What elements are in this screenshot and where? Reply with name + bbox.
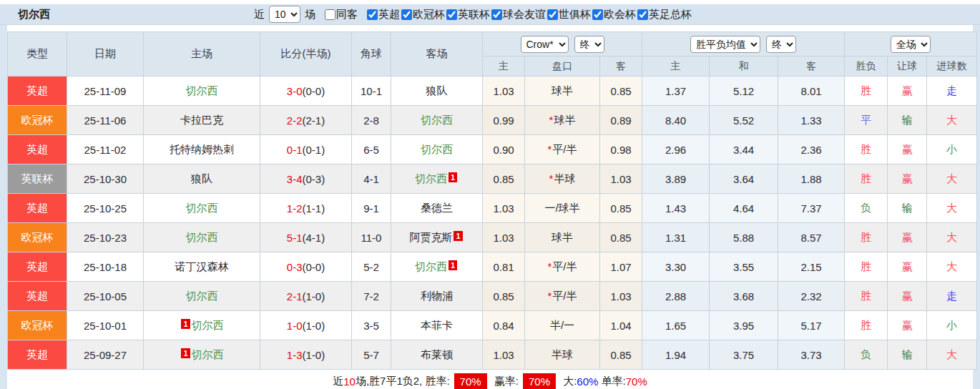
cell-away-team: 切尔西1 bbox=[391, 252, 483, 282]
cell-odds-home: 1.03 bbox=[483, 194, 525, 223]
cell-handicap: *平/半 bbox=[525, 135, 600, 164]
cell-mean-home: 1.65 bbox=[642, 311, 710, 340]
cell-score: 1-3(1-0) bbox=[260, 340, 352, 370]
league-checkbox[interactable] bbox=[637, 9, 648, 20]
cell-result-wdl: 胜 bbox=[845, 282, 888, 311]
dan-rate-label: 单率: bbox=[598, 375, 625, 388]
cell-away-team: 阿贾克斯1 bbox=[391, 223, 483, 252]
dan-rate-value: 70% bbox=[626, 375, 647, 388]
cell-score: 0-3(0-0) bbox=[260, 252, 352, 282]
period-select[interactable]: 全场 bbox=[891, 36, 931, 53]
cell-mean-away: 7.37 bbox=[778, 194, 845, 223]
card-count-badge: 1 bbox=[181, 348, 190, 358]
subcol-mean-away: 客 bbox=[778, 56, 845, 77]
cell-home-team: 狼队 bbox=[144, 164, 260, 194]
league-checkbox-label: 欧会杯 bbox=[604, 8, 636, 21]
league-checkbox[interactable] bbox=[547, 9, 558, 20]
cell-result-handicap: 赢 bbox=[888, 223, 927, 252]
cell-league-type: 英超 bbox=[8, 135, 67, 164]
same-opponent-checkbox[interactable] bbox=[325, 9, 335, 20]
cell-odds-away: 0.85 bbox=[600, 194, 642, 223]
cell-date: 25-11-06 bbox=[67, 106, 144, 135]
cell-mean-away: 8.57 bbox=[778, 223, 845, 252]
cell-result-wdl: 胜 bbox=[845, 135, 888, 164]
league-checkbox-label: 英足总杯 bbox=[649, 8, 692, 21]
cell-odds-away: 0.85 bbox=[600, 223, 642, 252]
cell-mean-away: 8.01 bbox=[778, 77, 845, 106]
cell-home-team: 卡拉巴克 bbox=[144, 106, 260, 135]
cell-handicap: *平/半 bbox=[525, 252, 600, 282]
cell-odds-away: 0.85 bbox=[600, 77, 642, 106]
summary-bar: 近10场,胜7平1负2, 胜率: 70% 赢率: 70% 大:60% 单率:70… bbox=[7, 370, 973, 389]
cell-home-team: 托特纳姆热刺 bbox=[144, 135, 260, 164]
cell-mean-home: 1.37 bbox=[642, 77, 710, 106]
cell-odds-home: 0.81 bbox=[483, 252, 525, 282]
summary-count: 10 bbox=[343, 375, 356, 388]
cell-mean-home: 2.96 bbox=[642, 135, 710, 164]
cell-result-wdl: 胜 bbox=[845, 164, 888, 194]
subcol-odds-away: 客 bbox=[600, 56, 642, 77]
cell-corners: 9-1 bbox=[352, 194, 391, 223]
league-checkbox-label: 英超 bbox=[378, 8, 400, 21]
cell-result-handicap: 赢 bbox=[888, 164, 927, 194]
cell-away-team: 利物浦 bbox=[391, 282, 483, 311]
cell-mean-draw: 5.12 bbox=[710, 77, 778, 106]
odds-stage-select[interactable]: 终 bbox=[574, 36, 604, 53]
cell-date: 25-10-30 bbox=[67, 164, 144, 194]
cell-handicap: *球半 bbox=[525, 106, 600, 135]
cell-handicap: 球半 bbox=[525, 77, 600, 106]
cell-odds-away: 0.89 bbox=[600, 106, 642, 135]
cell-league-type: 欧冠杯 bbox=[8, 311, 67, 340]
subcol-result-wdl: 胜负 bbox=[845, 56, 888, 77]
mean-stage-select[interactable]: 终 bbox=[766, 36, 796, 53]
cell-handicap: 半球 bbox=[525, 340, 600, 370]
cell-score: 1-0(1-0) bbox=[260, 311, 352, 340]
cell-date: 25-09-27 bbox=[67, 340, 144, 370]
subcol-odds-home: 主 bbox=[483, 56, 525, 77]
cell-away-team: 切尔西 bbox=[391, 135, 483, 164]
cell-corners: 11-0 bbox=[352, 223, 391, 252]
cell-mean-away: 2.15 bbox=[778, 252, 845, 282]
cell-score: 3-0(0-0) bbox=[260, 77, 352, 106]
cell-corners: 4-1 bbox=[352, 164, 391, 194]
cell-odds-home: 0.90 bbox=[483, 135, 525, 164]
win-rate-badge: 70% bbox=[454, 373, 487, 389]
recent-count-select[interactable]: 10 bbox=[269, 6, 300, 23]
cell-league-type: 欧冠杯 bbox=[8, 223, 67, 252]
cell-handicap: *半球 bbox=[525, 164, 600, 194]
cell-corners: 10-1 bbox=[352, 77, 391, 106]
cell-result-wdl: 胜 bbox=[845, 223, 888, 252]
cell-corners: 7-2 bbox=[352, 282, 391, 311]
bookmaker-select[interactable]: Crow* bbox=[521, 36, 569, 53]
table-row: 英联杯25-10-30狼队3-4(0-3)4-1切尔西10.85*半球1.033… bbox=[8, 164, 977, 194]
subcol-mean-home: 主 bbox=[642, 56, 710, 77]
league-checkbox[interactable] bbox=[367, 9, 378, 20]
cell-league-type: 英超 bbox=[8, 77, 67, 106]
league-checkbox[interactable] bbox=[592, 9, 603, 20]
cell-result-goals: 大 bbox=[927, 340, 977, 370]
page-background: 切尔西 近 10 场 同客 英超欧冠杯英联杯球会友谊世俱杯欧会杯英足总杯 类 bbox=[0, 4, 980, 389]
cell-date: 25-10-25 bbox=[67, 194, 144, 223]
league-checkbox-group: 英超欧冠杯英联杯球会友谊世俱杯欧会杯英足总杯 bbox=[366, 8, 692, 21]
cell-mean-away: 2.36 bbox=[778, 135, 845, 164]
cell-score: 2-2(2-1) bbox=[260, 106, 352, 135]
cell-result-wdl: 平 bbox=[845, 106, 888, 135]
cell-date: 25-11-09 bbox=[67, 77, 144, 106]
card-count-badge: 1 bbox=[181, 319, 190, 329]
league-checkbox[interactable] bbox=[446, 9, 457, 20]
league-checkbox[interactable] bbox=[491, 9, 502, 20]
league-checkbox[interactable] bbox=[401, 9, 412, 20]
cell-score: 0-1(0-1) bbox=[260, 135, 352, 164]
cell-corners: 3-5 bbox=[352, 311, 391, 340]
subcol-result-goals: 进球数 bbox=[927, 56, 977, 77]
cell-corners: 2-8 bbox=[352, 106, 391, 135]
mean-odds-select[interactable]: 胜平负均值 bbox=[690, 36, 760, 53]
cell-mean-draw: 4.64 bbox=[710, 194, 778, 223]
league-checkbox-label: 球会友谊 bbox=[503, 8, 546, 21]
cell-result-wdl: 胜 bbox=[845, 252, 888, 282]
cell-league-type: 欧冠杯 bbox=[8, 106, 67, 135]
cell-mean-home: 1.31 bbox=[642, 223, 710, 252]
cell-league-type: 英超 bbox=[8, 340, 67, 370]
cell-odds-home: 1.03 bbox=[483, 340, 525, 370]
da-rate-label: 大: bbox=[560, 375, 577, 388]
